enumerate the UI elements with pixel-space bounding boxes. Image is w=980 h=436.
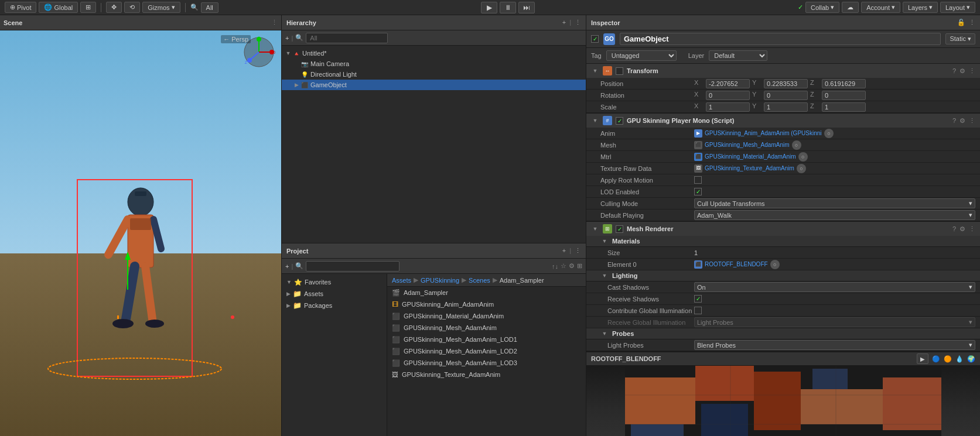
grid-button[interactable]: ⊞: [80, 2, 96, 13]
file-mesh[interactable]: ⬛ GPUSkinning_Mesh_AdamAnim: [387, 322, 586, 334]
receive-gi-dropdown[interactable]: Light Probes ▾: [694, 317, 975, 327]
anim-select-btn[interactable]: ○: [824, 129, 834, 138]
pos-z-input[interactable]: [822, 79, 866, 88]
tree-item-gameobject[interactable]: ▶ ⬛ GameObject: [282, 80, 586, 90]
gpu-menu-icon[interactable]: ⋮: [969, 117, 975, 125]
cast-shadows-dropdown[interactable]: On ▾: [694, 282, 975, 292]
play-button[interactable]: ▶: [481, 2, 497, 13]
gizmos-button[interactable]: Gizmos ▾: [142, 2, 180, 13]
help-icon[interactable]: ?: [952, 67, 956, 75]
account-button[interactable]: Account ▾: [861, 2, 900, 13]
rot-z-input[interactable]: [822, 91, 866, 100]
static-button[interactable]: Static ▾: [945, 33, 975, 44]
gpu-script-header[interactable]: ▼ # ✓ GPU Skinning Player Mono (Script) …: [586, 114, 980, 128]
transform-move-button[interactable]: ✥: [106, 2, 122, 13]
sidebar-assets[interactable]: ▶ 📁 Assets: [282, 288, 387, 300]
project-add-icon[interactable]: +: [562, 247, 566, 255]
tag-dropdown[interactable]: Untagged: [606, 50, 677, 61]
collab-button[interactable]: Collab ▾: [805, 2, 839, 13]
file-anim[interactable]: 🎞 GPUSkinning_Anim_AdamAnim: [387, 298, 586, 310]
mesh-renderer-checkbox[interactable]: ✓: [616, 225, 623, 233]
file-mesh-lod1[interactable]: ⬛ GPUSkinning_Mesh_AdamAnim_LOD1: [387, 334, 586, 345]
hierarchy-menu-icon[interactable]: ⋮: [575, 19, 581, 26]
scale-z-input[interactable]: [822, 102, 866, 112]
tree-item-light[interactable]: 💡 Directional Light: [282, 69, 586, 80]
breadcrumb-gpuskinning[interactable]: GPUSkinning: [421, 277, 459, 284]
layer-dropdown[interactable]: Default: [709, 50, 767, 61]
sidebar-packages[interactable]: ▶ 📁 Packages: [282, 300, 387, 311]
settings-icon[interactable]: ⚙: [959, 67, 965, 75]
mesh-select-btn[interactable]: ○: [792, 140, 801, 150]
project-toolbar-icon1[interactable]: ↑↓: [552, 263, 558, 270]
rot-x-input[interactable]: [706, 91, 750, 100]
menu-icon[interactable]: ⋮: [969, 67, 975, 75]
gameobject-active-checkbox[interactable]: ✓: [591, 35, 599, 43]
preview-icon4[interactable]: 🌍: [967, 355, 975, 363]
mesh-renderer-header[interactable]: ▼ ⊞ ✓ Mesh Renderer ? ⚙ ⋮: [586, 222, 980, 236]
sidebar-favorites[interactable]: ▼ ⭐ Favorites: [282, 276, 387, 288]
tree-item-scene[interactable]: ▼ 🔺 Untitled*: [282, 48, 586, 59]
mesh-help-icon[interactable]: ?: [952, 225, 956, 233]
step-button[interactable]: ⏭: [518, 2, 535, 13]
mesh-settings-icon[interactable]: ⚙: [959, 225, 965, 233]
pos-x-input[interactable]: [706, 79, 750, 88]
light-probes-dropdown[interactable]: Blend Probes ▾: [694, 340, 975, 350]
hierarchy-add-btn[interactable]: +: [285, 35, 289, 42]
mesh-menu-icon[interactable]: ⋮: [969, 225, 975, 233]
scene-menu-icon[interactable]: ⋮: [271, 19, 278, 26]
preview-icon2[interactable]: 🟠: [944, 355, 952, 363]
file-texture[interactable]: 🖼 GPUSkinning_Texture_AdamAnim: [387, 369, 586, 380]
scene-view[interactable]: Y X Z ← Persp: [0, 30, 281, 436]
cloud-button[interactable]: ☁: [842, 2, 859, 13]
project-add-btn[interactable]: +: [285, 263, 289, 270]
project-search-input[interactable]: [306, 261, 399, 272]
project-toolbar-icon2[interactable]: ☆: [561, 262, 566, 270]
transform-rotate-button[interactable]: ⟲: [124, 2, 140, 13]
breadcrumb-assets[interactable]: Assets: [392, 277, 411, 284]
preview-icon1[interactable]: 🔵: [932, 355, 940, 363]
breadcrumb-sep1: ▶: [414, 276, 418, 284]
layout-button[interactable]: Layout ▾: [940, 2, 975, 13]
pos-y-input[interactable]: [764, 79, 808, 88]
scene-tab-label[interactable]: Scene: [4, 19, 22, 26]
file-mesh-lod3[interactable]: ⬛ GPUSkinning_Mesh_AdamAnim_LOD3: [387, 357, 586, 369]
all-filter-button[interactable]: All: [201, 2, 218, 13]
inspector-lock-icon[interactable]: 🔓: [957, 19, 965, 26]
contribute-gi-checkbox[interactable]: [694, 307, 702, 314]
gpu-checkbox[interactable]: ✓: [616, 117, 623, 125]
gpu-help-icon[interactable]: ?: [952, 117, 956, 125]
layers-button[interactable]: Layers ▾: [903, 2, 938, 13]
apply-root-motion-checkbox[interactable]: [694, 176, 702, 184]
gpu-settings-icon[interactable]: ⚙: [959, 117, 965, 125]
preview-icon3[interactable]: 💧: [955, 355, 964, 363]
mtrl-ref-icon: ⬛: [694, 153, 702, 161]
file-mesh-lod2[interactable]: ⬛ GPUSkinning_Mesh_AdamAnim_LOD2: [387, 345, 586, 357]
global-button[interactable]: 🌐 Global: [39, 2, 78, 13]
scale-x-input[interactable]: [706, 102, 750, 112]
gameobject-name-input[interactable]: [620, 33, 941, 45]
scale-y-input[interactable]: [764, 102, 808, 112]
project-toolbar-icon3[interactable]: ⚙: [569, 262, 575, 270]
element0-select-btn[interactable]: ○: [770, 260, 780, 269]
hierarchy-search[interactable]: [306, 33, 388, 43]
transform-checkbox[interactable]: [616, 67, 623, 75]
file-material[interactable]: ⬛ GPUSkinning_Material_AdamAnim: [387, 310, 586, 322]
preview-play-btn[interactable]: ▶: [917, 353, 928, 364]
project-toolbar-icon4[interactable]: ⊞: [577, 262, 582, 270]
mtrl-select-btn[interactable]: ○: [798, 152, 808, 162]
pause-button[interactable]: ⏸: [500, 2, 516, 13]
culling-mode-dropdown[interactable]: Cull Update Transforms ▾: [694, 198, 975, 208]
inspector-menu-icon[interactable]: ⋮: [969, 19, 975, 26]
lod-enabled-checkbox[interactable]: ✓: [694, 188, 702, 195]
project-menu-icon[interactable]: ⋮: [575, 247, 581, 255]
pivot-button[interactable]: ⊕ Pivot: [5, 2, 36, 13]
default-playing-dropdown[interactable]: Adam_Walk ▾: [694, 210, 975, 220]
tree-item-camera[interactable]: 📷 Main Camera: [282, 59, 586, 69]
texture-select-btn[interactable]: ○: [797, 164, 806, 173]
rot-y-input[interactable]: [764, 91, 808, 100]
hierarchy-add-icon[interactable]: +: [562, 19, 566, 26]
file-adam-sampler[interactable]: 🎬 Adam_Sampler: [387, 287, 586, 298]
transform-header[interactable]: ▼ ↔ Transform ? ⚙ ⋮: [586, 64, 980, 78]
receive-shadows-checkbox[interactable]: ✓: [694, 295, 702, 303]
breadcrumb-scenes[interactable]: Scenes: [469, 277, 490, 284]
